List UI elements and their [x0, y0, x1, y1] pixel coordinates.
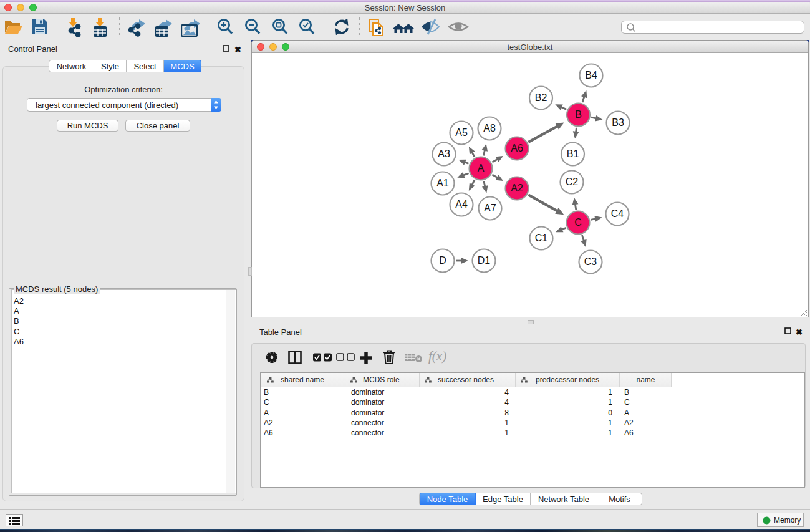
svg-text:A3: A3 [438, 148, 450, 159]
svg-text:C: C [574, 217, 582, 228]
svg-text:D: D [439, 255, 446, 266]
svg-text:A4: A4 [455, 199, 468, 210]
svg-text:B3: B3 [612, 117, 624, 128]
svg-text:C1: C1 [535, 233, 548, 243]
svg-text:C3: C3 [584, 256, 597, 267]
svg-text:C2: C2 [566, 177, 579, 187]
svg-text:A7: A7 [484, 203, 496, 213]
svg-text:B: B [575, 109, 582, 120]
svg-text:A8: A8 [483, 123, 496, 133]
svg-text:A2: A2 [511, 183, 523, 193]
svg-text:B2: B2 [535, 92, 547, 103]
svg-text:A: A [478, 163, 485, 173]
svg-text:A1: A1 [436, 178, 449, 188]
svg-text:B4: B4 [585, 70, 597, 80]
svg-text:C4: C4 [611, 208, 624, 219]
svg-text:D1: D1 [478, 255, 491, 266]
svg-text:B1: B1 [567, 148, 579, 159]
svg-text:A6: A6 [511, 143, 523, 153]
svg-text:A5: A5 [455, 127, 468, 138]
